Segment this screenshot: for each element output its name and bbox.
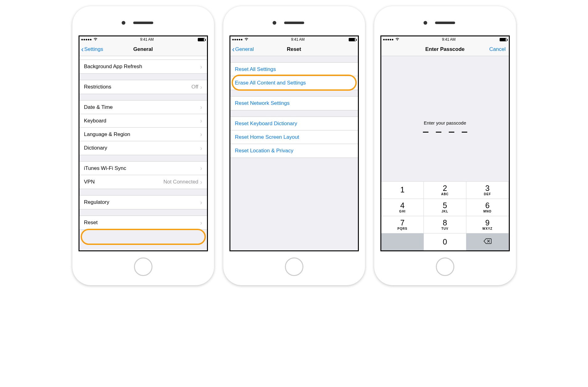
- passcode-dash: [423, 132, 428, 133]
- home-button[interactable]: [285, 257, 303, 276]
- chevron-right-icon: ›: [200, 56, 202, 56]
- key-6[interactable]: 6MNO: [466, 199, 509, 216]
- battery-icon: [500, 38, 507, 41]
- screen-passcode: 9:41 AM Enter Passcode Cancel Enter your…: [380, 35, 510, 251]
- backspace-icon: [484, 238, 492, 245]
- key-9[interactable]: 9WXYZ: [466, 216, 509, 233]
- status-left: [81, 37, 98, 42]
- wifi-icon: [244, 37, 249, 42]
- cancel-button[interactable]: Cancel: [489, 46, 506, 52]
- back-label: Settings: [84, 46, 103, 52]
- chevron-right-icon: ›: [200, 165, 202, 172]
- key-1[interactable]: 1: [381, 182, 424, 199]
- nav-bar: Enter Passcode Cancel: [381, 43, 509, 56]
- row-itunes-sync[interactable]: iTunes Wi-Fi Sync›: [79, 162, 207, 175]
- reset-list: Reset All Settings Erase All Content and…: [230, 56, 358, 250]
- status-time: 9:41 AM: [140, 37, 154, 42]
- key-0[interactable]: 0: [424, 233, 466, 250]
- chevron-left-icon: ‹: [81, 46, 84, 53]
- row-storage[interactable]: Storage & iCloud Usage›: [79, 56, 207, 60]
- row-reset-network[interactable]: Reset Network Settings: [230, 97, 358, 110]
- row-regulatory[interactable]: Regulatory›: [79, 196, 207, 209]
- group-other: Reset Keyboard Dictionary Reset Home Scr…: [230, 117, 358, 158]
- speaker: [133, 22, 153, 24]
- row-reset-all-settings[interactable]: Reset All Settings: [230, 63, 358, 76]
- chevron-left-icon: ‹: [232, 46, 235, 53]
- row-reset-home[interactable]: Reset Home Screen Layout: [230, 130, 358, 144]
- chevron-right-icon: ›: [200, 179, 202, 186]
- back-button[interactable]: ‹ General: [230, 46, 254, 53]
- row-language-region[interactable]: Language & Region›: [79, 128, 207, 141]
- passcode-dash: [449, 132, 454, 133]
- chevron-right-icon: ›: [200, 104, 202, 111]
- passcode-dash: [462, 132, 467, 133]
- nav-bar: ‹ General Reset: [230, 43, 358, 56]
- row-reset-keyboard[interactable]: Reset Keyboard Dictionary: [230, 117, 358, 130]
- passcode-dash: [436, 132, 441, 133]
- phone-general: 9:41 AM ‹ Settings General Storage & iCl…: [72, 6, 214, 285]
- status-time: 9:41 AM: [442, 37, 456, 42]
- phone-passcode: 9:41 AM Enter Passcode Cancel Enter your…: [374, 6, 516, 285]
- status-bar: 9:41 AM: [79, 36, 207, 43]
- row-dictionary[interactable]: Dictionary›: [79, 141, 207, 155]
- chevron-right-icon: ›: [200, 219, 202, 226]
- battery-icon: [349, 38, 356, 41]
- key-8[interactable]: 8TUV: [424, 216, 466, 233]
- status-time: 9:41 AM: [291, 37, 305, 42]
- chevron-right-icon: ›: [200, 131, 202, 138]
- row-vpn[interactable]: VPNNot Connected›: [79, 175, 207, 189]
- key-blank: [381, 233, 424, 250]
- screen-general: 9:41 AM ‹ Settings General Storage & iCl…: [79, 35, 208, 251]
- chevron-right-icon: ›: [200, 199, 202, 206]
- row-reset[interactable]: Reset›: [79, 216, 207, 229]
- status-left: [232, 37, 249, 42]
- front-camera: [122, 21, 125, 25]
- numeric-keypad: 1 2ABC 3DEF 4GHI 5JKL 6MNO 7PQRS 8TUV 9W…: [381, 181, 509, 250]
- passcode-body: Enter your passcode 1 2ABC 3DEF 4GHI 5JK…: [381, 56, 509, 250]
- phone-reset: 9:41 AM ‹ General Reset Reset All Settin…: [223, 6, 365, 285]
- group-reset: Reset›: [79, 216, 207, 230]
- key-backspace[interactable]: [466, 233, 509, 250]
- wifi-icon: [395, 37, 399, 42]
- chevron-right-icon: ›: [200, 84, 202, 91]
- group-top: Storage & iCloud Usage› Background App R…: [79, 56, 207, 74]
- wifi-icon: [93, 37, 98, 42]
- status-bar: 9:41 AM: [381, 36, 509, 43]
- home-button[interactable]: [134, 257, 152, 276]
- group-regulatory: Regulatory›: [79, 195, 207, 209]
- chevron-right-icon: ›: [200, 145, 202, 152]
- row-background-refresh[interactable]: Background App Refresh›: [79, 60, 207, 73]
- settings-list: Storage & iCloud Usage› Background App R…: [79, 56, 207, 250]
- row-date-time[interactable]: Date & Time›: [79, 101, 207, 114]
- row-erase-all[interactable]: Erase All Content and Settings: [230, 76, 358, 90]
- back-label: General: [235, 46, 254, 52]
- speaker: [435, 22, 455, 24]
- screen-reset: 9:41 AM ‹ General Reset Reset All Settin…: [229, 35, 359, 251]
- front-camera: [424, 21, 427, 25]
- group-locale: Date & Time› Keyboard› Language & Region…: [79, 100, 207, 155]
- front-camera: [273, 21, 276, 25]
- nav-bar: ‹ Settings General: [79, 43, 207, 56]
- group-all: Reset All Settings Erase All Content and…: [230, 62, 358, 90]
- highlight-reset: [81, 229, 206, 245]
- speaker: [284, 22, 304, 24]
- row-reset-location[interactable]: Reset Location & Privacy: [230, 144, 358, 158]
- group-sync: iTunes Wi-Fi Sync› VPNNot Connected›: [79, 161, 207, 189]
- chevron-right-icon: ›: [200, 63, 202, 70]
- group-restrictions: RestrictionsOff›: [79, 80, 207, 94]
- passcode-prompt: Enter your passcode: [424, 120, 466, 126]
- key-2[interactable]: 2ABC: [424, 182, 466, 199]
- key-3[interactable]: 3DEF: [466, 182, 509, 199]
- status-left: [383, 37, 399, 42]
- chevron-right-icon: ›: [200, 117, 202, 124]
- key-5[interactable]: 5JKL: [424, 199, 466, 216]
- key-4[interactable]: 4GHI: [381, 199, 424, 216]
- row-restrictions[interactable]: RestrictionsOff›: [79, 80, 207, 94]
- passcode-prompt-area: Enter your passcode: [381, 56, 509, 181]
- home-button[interactable]: [436, 257, 454, 276]
- battery-icon: [198, 38, 205, 41]
- back-button[interactable]: ‹ Settings: [79, 46, 103, 53]
- key-7[interactable]: 7PQRS: [381, 216, 424, 233]
- row-keyboard[interactable]: Keyboard›: [79, 114, 207, 128]
- group-network: Reset Network Settings: [230, 96, 358, 110]
